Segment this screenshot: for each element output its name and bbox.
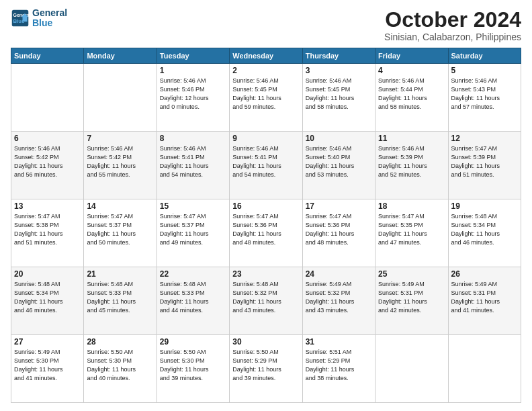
- table-row: 10Sunrise: 5:46 AM Sunset: 5:40 PM Dayli…: [302, 132, 375, 199]
- day-number: 13: [14, 201, 81, 211]
- table-row: 6Sunrise: 5:46 AM Sunset: 5:42 PM Daylig…: [11, 132, 84, 199]
- day-info: Sunrise: 5:46 AM Sunset: 5:45 PM Dayligh…: [306, 77, 372, 111]
- day-number: 30: [232, 337, 299, 347]
- table-row: 29Sunrise: 5:50 AM Sunset: 5:30 PM Dayli…: [157, 335, 229, 403]
- day-number: 7: [87, 134, 153, 143]
- day-info: Sunrise: 5:49 AM Sunset: 5:32 PM Dayligh…: [306, 280, 372, 315]
- table-row: [84, 64, 157, 132]
- table-row: 9Sunrise: 5:46 AM Sunset: 5:41 PM Daylig…: [230, 132, 302, 199]
- logo: General Blue General Blue: [11, 8, 67, 29]
- calendar-week-row: 6Sunrise: 5:46 AM Sunset: 5:42 PM Daylig…: [11, 132, 521, 199]
- day-info: Sunrise: 5:46 AM Sunset: 5:45 PM Dayligh…: [232, 77, 299, 111]
- table-row: 23Sunrise: 5:48 AM Sunset: 5:32 PM Dayli…: [230, 267, 302, 335]
- day-number: 21: [87, 269, 153, 279]
- day-number: 28: [87, 337, 153, 347]
- month-title: October 2024: [384, 8, 521, 32]
- day-number: 8: [160, 134, 226, 143]
- table-row: 2Sunrise: 5:46 AM Sunset: 5:45 PM Daylig…: [230, 64, 302, 132]
- day-number: 27: [14, 337, 81, 347]
- day-number: 4: [378, 66, 445, 75]
- table-row: 19Sunrise: 5:48 AM Sunset: 5:34 PM Dayli…: [448, 199, 521, 267]
- col-wednesday: Wednesday: [230, 48, 302, 64]
- col-friday: Friday: [375, 48, 448, 64]
- table-row: 12Sunrise: 5:47 AM Sunset: 5:39 PM Dayli…: [448, 132, 521, 199]
- day-info: Sunrise: 5:46 AM Sunset: 5:43 PM Dayligh…: [451, 77, 518, 111]
- table-row: 15Sunrise: 5:47 AM Sunset: 5:37 PM Dayli…: [157, 199, 229, 267]
- header: General Blue General Blue October 2024 S…: [11, 8, 521, 42]
- day-info: Sunrise: 5:50 AM Sunset: 5:30 PM Dayligh…: [87, 348, 153, 383]
- table-row: 30Sunrise: 5:50 AM Sunset: 5:29 PM Dayli…: [230, 335, 302, 403]
- page: General Blue General Blue October 2024 S…: [0, 0, 532, 411]
- logo-icon: General Blue: [11, 9, 30, 28]
- day-info: Sunrise: 5:47 AM Sunset: 5:36 PM Dayligh…: [306, 212, 372, 247]
- table-row: 13Sunrise: 5:47 AM Sunset: 5:38 PM Dayli…: [11, 199, 84, 267]
- day-info: Sunrise: 5:47 AM Sunset: 5:37 PM Dayligh…: [160, 212, 226, 247]
- table-row: 26Sunrise: 5:49 AM Sunset: 5:31 PM Dayli…: [448, 267, 521, 335]
- table-row: 21Sunrise: 5:48 AM Sunset: 5:33 PM Dayli…: [84, 267, 157, 335]
- day-info: Sunrise: 5:46 AM Sunset: 5:41 PM Dayligh…: [232, 144, 299, 179]
- day-number: 22: [160, 269, 226, 279]
- subtitle: Sinisian, Calabarzon, Philippines: [384, 32, 521, 42]
- calendar-table: Sunday Monday Tuesday Wednesday Thursday…: [11, 48, 521, 403]
- table-row: 31Sunrise: 5:51 AM Sunset: 5:29 PM Dayli…: [302, 335, 375, 403]
- day-number: 26: [451, 269, 518, 279]
- table-row: 3Sunrise: 5:46 AM Sunset: 5:45 PM Daylig…: [302, 64, 375, 132]
- table-row: 4Sunrise: 5:46 AM Sunset: 5:44 PM Daylig…: [375, 64, 448, 132]
- col-saturday: Saturday: [448, 48, 521, 64]
- day-number: 10: [306, 134, 372, 143]
- day-info: Sunrise: 5:48 AM Sunset: 5:32 PM Dayligh…: [232, 280, 299, 315]
- day-number: 16: [232, 201, 299, 211]
- day-info: Sunrise: 5:47 AM Sunset: 5:39 PM Dayligh…: [451, 144, 518, 179]
- table-row: [448, 335, 521, 403]
- day-number: 31: [306, 337, 372, 347]
- table-row: 25Sunrise: 5:49 AM Sunset: 5:31 PM Dayli…: [375, 267, 448, 335]
- table-row: [375, 335, 448, 403]
- calendar-header-row: Sunday Monday Tuesday Wednesday Thursday…: [11, 48, 521, 64]
- day-number: 12: [451, 134, 518, 143]
- table-row: 17Sunrise: 5:47 AM Sunset: 5:36 PM Dayli…: [302, 199, 375, 267]
- table-row: 28Sunrise: 5:50 AM Sunset: 5:30 PM Dayli…: [84, 335, 157, 403]
- table-row: 27Sunrise: 5:49 AM Sunset: 5:30 PM Dayli…: [11, 335, 84, 403]
- day-number: 18: [378, 201, 445, 211]
- day-info: Sunrise: 5:51 AM Sunset: 5:29 PM Dayligh…: [306, 348, 372, 383]
- day-number: 29: [160, 337, 226, 347]
- col-tuesday: Tuesday: [157, 48, 229, 64]
- calendar-week-row: 1Sunrise: 5:46 AM Sunset: 5:46 PM Daylig…: [11, 64, 521, 132]
- col-monday: Monday: [84, 48, 157, 64]
- calendar-week-row: 27Sunrise: 5:49 AM Sunset: 5:30 PM Dayli…: [11, 335, 521, 403]
- day-info: Sunrise: 5:47 AM Sunset: 5:35 PM Dayligh…: [378, 212, 445, 247]
- day-number: 2: [232, 66, 299, 75]
- table-row: [11, 64, 84, 132]
- day-number: 5: [451, 66, 518, 75]
- table-row: 8Sunrise: 5:46 AM Sunset: 5:41 PM Daylig…: [157, 132, 229, 199]
- day-info: Sunrise: 5:48 AM Sunset: 5:33 PM Dayligh…: [87, 280, 153, 315]
- calendar-week-row: 13Sunrise: 5:47 AM Sunset: 5:38 PM Dayli…: [11, 199, 521, 267]
- day-number: 17: [306, 201, 372, 211]
- day-info: Sunrise: 5:46 AM Sunset: 5:44 PM Dayligh…: [378, 77, 445, 111]
- day-info: Sunrise: 5:48 AM Sunset: 5:33 PM Dayligh…: [160, 280, 226, 315]
- day-info: Sunrise: 5:46 AM Sunset: 5:42 PM Dayligh…: [14, 144, 81, 179]
- table-row: 24Sunrise: 5:49 AM Sunset: 5:32 PM Dayli…: [302, 267, 375, 335]
- day-number: 23: [232, 269, 299, 279]
- day-number: 3: [306, 66, 372, 75]
- day-number: 20: [14, 269, 81, 279]
- day-number: 15: [160, 201, 226, 211]
- table-row: 5Sunrise: 5:46 AM Sunset: 5:43 PM Daylig…: [448, 64, 521, 132]
- day-number: 25: [378, 269, 445, 279]
- col-thursday: Thursday: [302, 48, 375, 64]
- day-number: 19: [451, 201, 518, 211]
- day-info: Sunrise: 5:49 AM Sunset: 5:30 PM Dayligh…: [14, 348, 81, 383]
- day-number: 11: [378, 134, 445, 143]
- calendar-week-row: 20Sunrise: 5:48 AM Sunset: 5:34 PM Dayli…: [11, 267, 521, 335]
- day-info: Sunrise: 5:47 AM Sunset: 5:38 PM Dayligh…: [14, 212, 81, 247]
- day-info: Sunrise: 5:46 AM Sunset: 5:41 PM Dayligh…: [160, 144, 226, 179]
- table-row: 20Sunrise: 5:48 AM Sunset: 5:34 PM Dayli…: [11, 267, 84, 335]
- day-number: 14: [87, 201, 153, 211]
- day-info: Sunrise: 5:47 AM Sunset: 5:36 PM Dayligh…: [232, 212, 299, 247]
- day-info: Sunrise: 5:46 AM Sunset: 5:40 PM Dayligh…: [306, 144, 372, 179]
- day-info: Sunrise: 5:50 AM Sunset: 5:30 PM Dayligh…: [160, 348, 226, 383]
- day-info: Sunrise: 5:48 AM Sunset: 5:34 PM Dayligh…: [14, 280, 81, 315]
- day-info: Sunrise: 5:46 AM Sunset: 5:46 PM Dayligh…: [160, 77, 226, 111]
- day-number: 9: [232, 134, 299, 143]
- table-row: 16Sunrise: 5:47 AM Sunset: 5:36 PM Dayli…: [230, 199, 302, 267]
